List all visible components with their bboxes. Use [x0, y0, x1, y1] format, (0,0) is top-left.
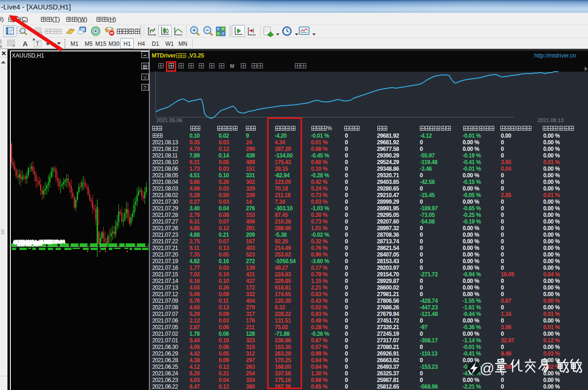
svg-text:@: @	[480, 360, 494, 377]
